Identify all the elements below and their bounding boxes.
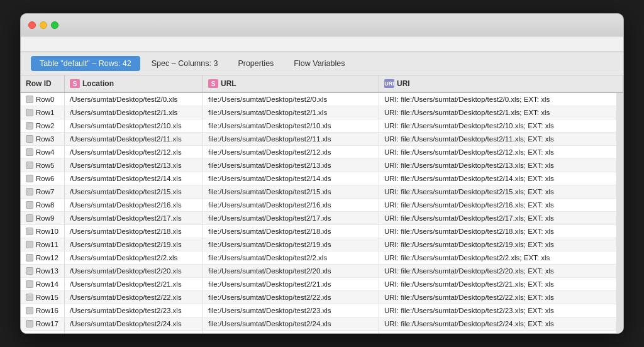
uri-value: URI: file:/Users/sumtat/Desktop/test2/0.…: [384, 96, 550, 103]
cell-url: file:/Users/sumtat/Desktop/test2/24.xls: [203, 317, 379, 330]
cell-url: file:/Users/sumtat/Desktop/test2/1.xls: [203, 106, 379, 119]
row-checkbox[interactable]: [26, 148, 33, 156]
maximize-button[interactable]: [51, 21, 58, 29]
tab-flow-variables[interactable]: Flow Variables: [285, 56, 353, 71]
url-value: file:/Users/sumtat/Desktop/test2/11.xls: [208, 135, 331, 143]
cell-url: file:/Users/sumtat/Desktop/test2/15.xls: [203, 185, 379, 198]
cell-rowid: Row6: [21, 172, 65, 185]
uri-value: URI: file:/Users/sumtat/Desktop/test2/22…: [384, 294, 554, 301]
uri-value: URI: file:/Users/sumtat/Desktop/test2/18…: [384, 228, 554, 235]
row-checkbox[interactable]: [26, 307, 33, 314]
uri-value: URI: file:/Users/sumtat/Desktop/test2/24…: [384, 320, 554, 328]
cell-rowid: Row15: [21, 291, 65, 304]
row-checkbox[interactable]: [26, 188, 33, 196]
location-value: /Users/sumtat/Desktop/test2/14.xls: [70, 175, 182, 182]
rowid-value: Row1: [36, 109, 54, 116]
uri-value: URI: file:/Users/sumtat/Desktop/test2/16…: [384, 201, 554, 209]
url-value: file:/Users/sumtat/Desktop/test2/19.xls: [208, 241, 331, 248]
cell-uri: URI: file:/Users/sumtat/Desktop/test2/1.…: [379, 106, 617, 119]
rowid-value: Row10: [36, 228, 58, 235]
url-value: file:/Users/sumtat/Desktop/test2/18.xls: [208, 228, 331, 235]
cell-rowid: Row2: [21, 119, 65, 132]
scrollbar[interactable]: [617, 93, 623, 333]
location-value: /Users/sumtat/Desktop/test2/0.xls: [70, 96, 177, 103]
url-value: file:/Users/sumtat/Desktop/test2/20.xls: [208, 267, 331, 275]
table-container: Row ID S Location S URL URI URI Row0: [21, 75, 623, 333]
row-checkbox[interactable]: [26, 214, 33, 222]
cell-uri: URI: file:/Users/sumtat/Desktop/test2/23…: [379, 304, 617, 317]
location-value: /Users/sumtat/Desktop/test2/10.xls: [70, 122, 182, 129]
cell-url: file:/Users/sumtat/Desktop/test2/21.xls: [203, 278, 379, 290]
cell-url: file:/Users/sumtat/Desktop/test2/12.xls: [203, 146, 379, 158]
minimize-button[interactable]: [40, 21, 47, 29]
row-checkbox[interactable]: [26, 254, 33, 262]
row-checkbox[interactable]: [26, 294, 33, 301]
cell-location: /Users/sumtat/Desktop/test2/15.xls: [65, 185, 203, 198]
table-row: Row10 /Users/sumtat/Desktop/test2/18.xls…: [21, 225, 617, 238]
row-checkbox[interactable]: [26, 175, 33, 182]
cell-uri: URI: file:/Users/sumtat/Desktop/test2/15…: [379, 185, 617, 198]
cell-url: file:/Users/sumtat/Desktop/test2/11.xls: [203, 133, 379, 145]
cell-rowid: Row1: [21, 106, 65, 119]
cell-uri: URI: file:/Users/sumtat/Desktop/test2/20…: [379, 265, 617, 277]
cell-uri: URI: file:/Users/sumtat/Desktop/test2/14…: [379, 172, 617, 185]
cell-location: /Users/sumtat/Desktop/test2/18.xls: [65, 225, 203, 238]
menu-bar: [21, 36, 623, 52]
rowid-label: Row ID: [26, 79, 52, 88]
table-row: Row1 /Users/sumtat/Desktop/test2/1.xls f…: [21, 106, 617, 119]
uri-value: URI: file:/Users/sumtat/Desktop/test2/12…: [384, 148, 554, 156]
uri-type-icon: URI: [384, 79, 394, 88]
uri-label: URI: [397, 79, 410, 88]
location-value: /Users/sumtat/Desktop/test2/23.xls: [70, 307, 182, 314]
row-checkbox[interactable]: [26, 228, 33, 235]
url-value: file:/Users/sumtat/Desktop/test2/17.xls: [208, 214, 331, 222]
tab-default[interactable]: Table "default" – Rows: 42: [31, 56, 140, 71]
title-bar: [21, 14, 623, 36]
location-value: /Users/sumtat/Desktop/test2/20.xls: [70, 267, 182, 275]
table-body[interactable]: Row0 /Users/sumtat/Desktop/test2/0.xls f…: [21, 93, 617, 333]
cell-rowid: Row7: [21, 185, 65, 198]
uri-value: URI: file:/Users/sumtat/Desktop/test2/13…: [384, 162, 554, 169]
row-checkbox[interactable]: [26, 320, 33, 328]
close-button[interactable]: [28, 21, 36, 29]
url-value: file:/Users/sumtat/Desktop/test2/1.xls: [208, 109, 327, 116]
row-checkbox[interactable]: [26, 122, 33, 129]
traffic-lights: [28, 21, 58, 29]
tab-properties[interactable]: Properties: [229, 56, 282, 71]
table-row: Row8 /Users/sumtat/Desktop/test2/16.xls …: [21, 199, 617, 212]
cell-url: file:/Users/sumtat/Desktop/test2/2.xls: [203, 251, 379, 264]
row-checkbox[interactable]: [26, 162, 33, 169]
cell-location: /Users/sumtat/Desktop/test2/24.xls: [65, 317, 203, 330]
uri-value: URI: file:/Users/sumtat/Desktop/test2/19…: [384, 241, 554, 248]
cell-uri: URI: file:/Users/sumtat/Desktop/test2/19…: [379, 238, 617, 251]
rowid-value: Row16: [36, 307, 58, 314]
row-checkbox[interactable]: [26, 96, 33, 103]
cell-location: /Users/sumtat/Desktop/test2/17.xls: [65, 212, 203, 224]
rowid-value: Row8: [36, 201, 54, 209]
tab-spec[interactable]: Spec – Columns: 3: [143, 56, 227, 71]
cell-uri: URI: file:/Users/sumtat/Desktop/test2/24…: [379, 317, 617, 330]
location-type-icon: S: [70, 79, 80, 88]
cell-location: /Users/sumtat/Desktop/test2/2.xls: [65, 251, 203, 264]
cell-rowid: Row8: [21, 199, 65, 211]
row-checkbox[interactable]: [26, 201, 33, 209]
cell-location: /Users/sumtat/Desktop/test2/0.xls: [65, 93, 203, 106]
row-checkbox[interactable]: [26, 267, 33, 275]
cell-location: /Users/sumtat/Desktop/test2/21.xls: [65, 278, 203, 290]
cell-rowid: Row11: [21, 238, 65, 251]
row-checkbox[interactable]: [26, 109, 33, 116]
cell-url: file:/Users/sumtat/Desktop/test2/18.xls: [203, 225, 379, 238]
cell-uri: URI: file:/Users/sumtat/Desktop/test2/25…: [379, 331, 617, 333]
location-value: /Users/sumtat/Desktop/test2/1.xls: [70, 109, 177, 116]
cell-rowid: Row3: [21, 133, 65, 145]
menu-file[interactable]: [27, 43, 37, 45]
cell-rowid: Row17: [21, 317, 65, 330]
cell-rowid: Row16: [21, 304, 65, 317]
row-checkbox[interactable]: [26, 241, 33, 248]
row-checkbox[interactable]: [26, 280, 33, 288]
cell-uri: URI: file:/Users/sumtat/Desktop/test2/16…: [379, 199, 617, 211]
row-checkbox[interactable]: [26, 135, 33, 143]
cell-uri: URI: file:/Users/sumtat/Desktop/test2/21…: [379, 278, 617, 290]
url-value: file:/Users/sumtat/Desktop/test2/12.xls: [208, 148, 331, 156]
rowid-value: Row4: [36, 148, 54, 156]
